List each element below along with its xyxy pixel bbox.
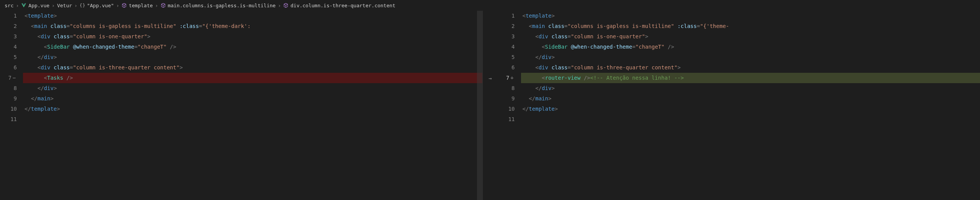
chevron-right-icon: › [155,3,158,8]
code-line[interactable]: <Tasks /> [23,73,482,83]
scrollbar[interactable] [477,11,482,200]
line-number: 7+ [498,73,515,83]
line-numbers-left: 1 2 3 4 5 6 7−8 9 10 11 [0,11,23,200]
code-line[interactable]: </div> [23,52,482,62]
chevron-right-icon: › [16,3,19,8]
chevron-right-icon: › [52,3,55,8]
diff-arrow-row [483,31,498,42]
cube-icon [121,3,127,8]
code-line[interactable]: <main class="columns is-gapless is-multi… [521,21,980,31]
diff-pane-modified[interactable]: 1 2 3 4 5 6 7+8 9 10 11 <template> <main… [498,11,980,200]
breadcrumb-label: Vetur [57,3,72,8]
diff-arrow-row [483,83,498,93]
code-line[interactable] [521,114,980,125]
code-lines-right[interactable]: <template> <main class="columns is-gaple… [521,11,980,200]
diff-arrow-row [483,11,498,21]
code-line[interactable]: </template> [23,104,482,114]
code-line[interactable]: <router-view /><!-- Atenção nessa linha!… [521,73,980,83]
arrow-right-icon[interactable]: → [488,75,492,81]
diff-editor: 1 2 3 4 5 6 7−8 9 10 11 <template> <main… [0,11,980,200]
breadcrumb-label: src [5,3,13,8]
code-line[interactable]: <div class="column is-one-quarter"> [23,31,482,42]
line-number: 2 [498,21,515,31]
code-line[interactable]: </div> [521,52,980,62]
diff-marker-icon: + [510,73,515,83]
diff-gutter: → [483,11,498,200]
code-line[interactable]: </div> [23,83,482,93]
code-line[interactable]: <div class="column is-three-quarter cont… [521,62,980,73]
code-line[interactable] [23,114,482,125]
line-number: 2 [0,21,17,31]
breadcrumb-item[interactable]: "App.vue" [80,3,114,8]
code-line[interactable]: </div> [521,83,980,93]
breadcrumb-item[interactable]: div.column.is-three-quarter.content [283,3,395,8]
diff-pane-original[interactable]: 1 2 3 4 5 6 7−8 9 10 11 <template> <main… [0,11,483,200]
line-number: 4 [0,42,17,52]
code-line[interactable]: </main> [521,93,980,104]
line-number: 10 [498,104,515,114]
breadcrumb-item[interactable]: main.columns.is-gapless.is-multiline [161,3,276,8]
code-line[interactable]: <template> [521,11,980,21]
breadcrumb-item[interactable]: Vetur [57,3,72,8]
code-line[interactable]: <SideBar @when-changed-theme="changeT" /… [521,42,980,52]
code-line[interactable]: <div class="column is-one-quarter"> [521,31,980,42]
line-number: 6 [498,62,515,73]
breadcrumb-label: App.vue [28,3,49,8]
line-number: 6 [0,62,17,73]
diff-arrow-row [483,52,498,62]
cube-icon [283,3,288,8]
code-lines-left[interactable]: <template> <main class="columns is-gaple… [23,11,482,200]
breadcrumb-item[interactable]: App.vue [21,3,49,8]
line-numbers-right: 1 2 3 4 5 6 7+8 9 10 11 [498,11,521,200]
line-number: 3 [498,31,515,42]
line-number: 11 [498,114,515,125]
chevron-right-icon: › [116,3,119,8]
cube-icon [161,3,166,8]
vue-icon [21,3,26,8]
line-number: 3 [0,31,17,42]
diff-arrow-row [483,114,498,125]
breadcrumb-item[interactable]: template [121,3,153,8]
breadcrumb-label: main.columns.is-gapless.is-multiline [168,3,276,8]
diff-marker-icon: − [11,73,17,83]
line-number: 8 [498,83,515,93]
line-number: 5 [498,52,515,62]
breadcrumb[interactable]: src›App.vue›Vetur›"App.vue"›template›mai… [0,0,980,11]
line-number: 11 [0,114,17,125]
line-number: 4 [498,42,515,52]
code-line[interactable]: <main class="columns is-gapless is-multi… [23,21,482,31]
code-line[interactable]: </template> [521,104,980,114]
breadcrumb-label: div.column.is-three-quarter.content [290,3,395,8]
line-number: 8 [0,83,17,93]
breadcrumb-item[interactable]: src [5,3,13,8]
line-number: 1 [0,11,17,21]
line-number: 7− [0,73,17,83]
code-line[interactable]: </main> [23,93,482,104]
diff-arrow-row: → [483,73,498,83]
code-line[interactable]: <SideBar @when-changed-theme="changeT" /… [23,42,482,52]
line-number: 9 [0,93,17,104]
line-number: 10 [0,104,17,114]
chevron-right-icon: › [278,3,281,8]
line-number: 1 [498,11,515,21]
diff-arrow-row [483,93,498,104]
braces-icon [80,3,85,8]
line-number: 9 [498,93,515,104]
line-number: 5 [0,52,17,62]
diff-arrow-row [483,42,498,52]
chevron-right-icon: › [74,3,77,8]
diff-arrow-row [483,21,498,31]
breadcrumb-label: "App.vue" [87,3,114,8]
diff-arrow-row [483,104,498,114]
code-line[interactable]: <div class="column is-three-quarter cont… [23,62,482,73]
diff-arrow-row [483,62,498,73]
code-line[interactable]: <template> [23,11,482,21]
breadcrumb-label: template [129,3,153,8]
